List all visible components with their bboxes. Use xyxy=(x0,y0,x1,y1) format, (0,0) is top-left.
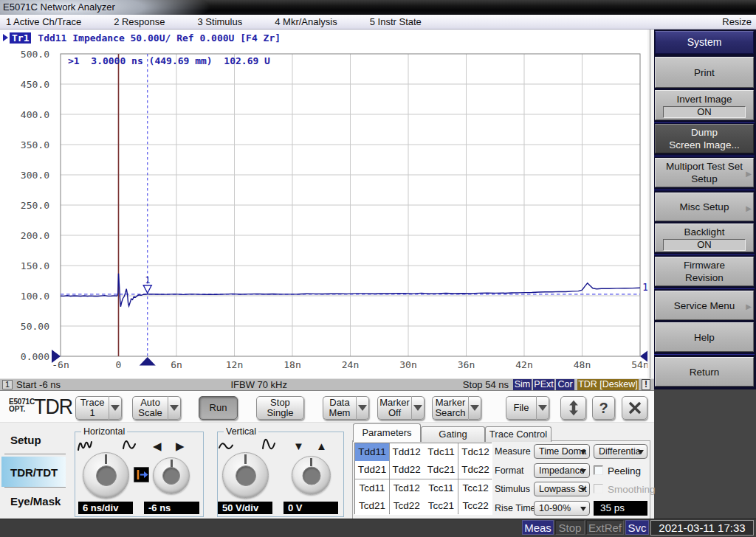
dropdown-arrow-icon[interactable] xyxy=(411,396,425,420)
softkey-multiport-test-set-setup[interactable]: Multiport Test SetSetup▶ xyxy=(655,158,754,187)
matrix-cell-tcc11[interactable]: Tcc11 xyxy=(424,479,458,497)
softkey-scrollbar[interactable] xyxy=(647,30,654,378)
trace-header[interactable]: Tr1 Tdd11 Impedance 50.00U/ Ref 0.000U [… xyxy=(3,32,281,44)
parameter-matrix: Tdd11Tdd12Tdc11Tdc12Tdd21Tdd22Tdc21Tdc22… xyxy=(354,443,492,514)
softkey-firmware-revision[interactable]: FirmwareRevision xyxy=(655,257,754,286)
toolbar-button-trace-1[interactable]: Trace 1 xyxy=(75,396,122,420)
peeling-checkbox[interactable] xyxy=(594,465,603,475)
status-indicator-meas: Meas xyxy=(522,520,554,535)
window-title-bar[interactable]: E5071C Network Analyzer xyxy=(0,0,756,15)
svg-text:300.0: 300.0 xyxy=(21,170,49,181)
alert-indicator: ! xyxy=(642,379,650,390)
softkey-system[interactable]: System xyxy=(655,31,754,54)
close-x-icon xyxy=(628,401,642,415)
measure-dropdown[interactable]: Time Doma xyxy=(534,444,590,459)
toolbar-button-auto-scale[interactable]: Auto Scale xyxy=(132,396,181,420)
format-dropdown[interactable]: Impedance xyxy=(534,463,590,478)
chevron-down-icon xyxy=(580,450,586,454)
matrix-cell-tdd21[interactable]: Tdd21 xyxy=(355,461,389,479)
svg-text:150.0: 150.0 xyxy=(21,260,49,271)
svg-text:18n: 18n xyxy=(284,359,300,370)
svg-text:500.0: 500.0 xyxy=(21,49,49,60)
svg-text:12n: 12n xyxy=(226,359,243,370)
softkey-print[interactable]: Print xyxy=(655,57,754,88)
offset-up-arrow-icon[interactable]: ▲ xyxy=(316,442,327,451)
chevron-down-icon xyxy=(358,405,367,411)
softkey-service-menu[interactable]: Service Menu▶ xyxy=(655,291,754,320)
dropdown-value: Lowpass St xyxy=(539,484,587,494)
toolbar-button-stop-single[interactable]: Stop Single xyxy=(256,396,304,420)
position-left-arrow-icon[interactable]: ◀ xyxy=(153,442,162,451)
softkey-separator xyxy=(654,254,755,256)
toolbar-button-file[interactable]: File xyxy=(506,396,549,420)
matrix-cell-tdd12[interactable]: Tdd12 xyxy=(390,443,424,461)
matrix-cell-tcd11[interactable]: Tcd11 xyxy=(355,479,389,497)
softkey-backlight[interactable]: BacklightON xyxy=(655,224,754,252)
matrix-cell-tdd22[interactable]: Tdd22 xyxy=(390,461,424,479)
softkey-dump-screen-image-[interactable]: DumpScreen Image... xyxy=(655,124,754,153)
status-badge-sim: Sim xyxy=(513,379,532,390)
dropdown-value: 10-90% xyxy=(539,503,571,513)
softkey-menu: SystemPrintInvert ImageONDumpScreen Imag… xyxy=(654,30,756,389)
vertical-scale-knob[interactable] xyxy=(222,452,269,499)
sidebar-item-setup[interactable]: Setup xyxy=(10,434,41,446)
matrix-cell-tdc11[interactable]: Tdc11 xyxy=(424,443,458,461)
matrix-cell-tcc12[interactable]: Tcc12 xyxy=(458,479,492,497)
matrix-cell-tcd12[interactable]: Tcd12 xyxy=(390,479,424,497)
toolbar-button-updown[interactable] xyxy=(560,396,586,420)
scrollbar-rail xyxy=(650,30,650,378)
stimulus-dropdown[interactable]: Lowpass St xyxy=(534,482,590,496)
toolbar-button-marker-search[interactable]: Marker Search xyxy=(432,396,481,420)
dropdown-arrow-icon[interactable] xyxy=(356,396,369,420)
tab-parameters[interactable]: Parameters xyxy=(353,423,421,442)
impedance-plot: 500.0450.0400.0350.0300.0250.0200.0150.0… xyxy=(0,30,647,391)
matrix-cell-tdc22[interactable]: Tdc22 xyxy=(458,461,492,479)
softkey-misc-setup[interactable]: Misc Setup▶ xyxy=(655,193,754,221)
toolbar-button-data-mem[interactable]: Data Mem xyxy=(323,396,369,420)
matrix-cell-tdc12[interactable]: Tdc12 xyxy=(458,443,492,461)
toolbar-button-close[interactable] xyxy=(622,396,647,420)
horizontal-position-knob[interactable] xyxy=(153,457,190,494)
measure-mode-dropdown[interactable]: Differentia xyxy=(594,444,647,459)
to-marker-icon[interactable] xyxy=(134,467,149,482)
dropdown-arrow-icon[interactable] xyxy=(109,396,122,420)
matrix-cell-tcd22[interactable]: Tcd22 xyxy=(390,497,424,515)
menu-item-5[interactable]: 5 Instr State xyxy=(364,16,422,27)
toolbar-button-run[interactable]: Run xyxy=(199,396,238,420)
position-right-arrow-icon[interactable]: ▶ xyxy=(176,442,185,451)
menu-item-3[interactable]: 3 Stimulus xyxy=(192,16,243,27)
toolbar-button-marker-off[interactable]: Marker Off xyxy=(377,396,425,420)
softkey-invert-image[interactable]: Invert ImageON xyxy=(655,90,754,120)
menu-item-resize[interactable]: Resize xyxy=(722,16,752,27)
rise-time-dropdown[interactable]: 10-90% xyxy=(534,501,590,516)
matrix-cell-tdd11[interactable]: Tdd11 xyxy=(355,443,389,461)
matrix-cell-tcd21[interactable]: Tcd21 xyxy=(355,497,389,515)
sidebar-item-eye-mask[interactable]: Eye/Mask xyxy=(10,495,61,507)
matrix-cell-tdc21[interactable]: Tdc21 xyxy=(424,461,458,479)
active-trace-arrow-icon xyxy=(3,34,8,41)
tab-gating[interactable]: Gating xyxy=(421,426,485,442)
chevron-down-icon xyxy=(111,405,120,411)
dropdown-arrow-icon[interactable] xyxy=(168,396,181,420)
logo-product: TDR xyxy=(34,395,72,419)
sidebar-item-tdr-tdt[interactable]: TDR/TDT xyxy=(10,466,58,479)
vertical-offset-knob[interactable] xyxy=(292,456,331,495)
matrix-cell-tcc22[interactable]: Tcc22 xyxy=(458,497,492,515)
softkey-help[interactable]: Help xyxy=(655,322,754,352)
horizontal-scale-value: 6 ns/div xyxy=(78,502,133,514)
matrix-cell-tcc21[interactable]: Tcc21 xyxy=(424,497,458,515)
dropdown-arrow-icon[interactable] xyxy=(536,396,549,420)
menu-item-4[interactable]: 4 Mkr/Analysis xyxy=(269,16,337,27)
offset-down-arrow-icon[interactable]: ▼ xyxy=(293,442,304,451)
menu-item-2[interactable]: 2 Response xyxy=(108,16,165,27)
svg-text:>1 3.0000 ns (449.69 mm) 102: >1 3.0000 ns (449.69 mm) 102.69 U xyxy=(68,55,270,66)
menu-item-1[interactable]: 1 Active Ch/Trace xyxy=(0,16,81,27)
tab-trace-control[interactable]: Trace Control xyxy=(485,426,551,442)
toolbar-button-help[interactable]: ? xyxy=(592,396,615,420)
horizontal-scale-knob[interactable] xyxy=(83,452,129,499)
svg-text:-6n: -6n xyxy=(52,359,69,370)
dropdown-arrow-icon[interactable] xyxy=(468,396,481,420)
softkey-state-value: ON xyxy=(663,106,746,118)
dropdown-value: Differentia xyxy=(599,446,641,457)
softkey-return[interactable]: Return xyxy=(655,357,754,387)
